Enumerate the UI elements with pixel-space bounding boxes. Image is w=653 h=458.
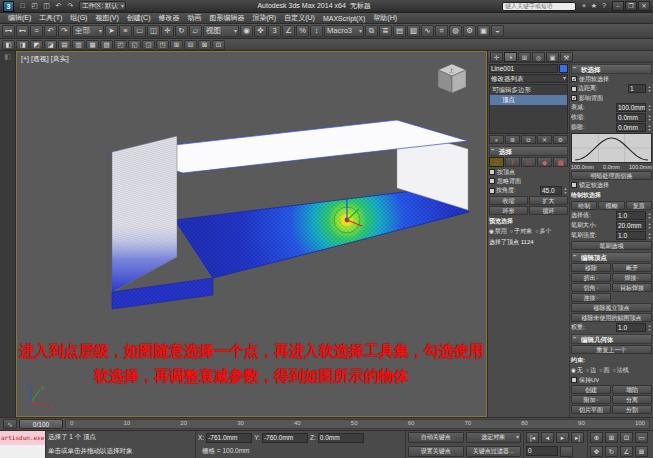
frame-tick[interactable]: 100 — [635, 419, 645, 428]
selection-rollout-header[interactable]: 选择 — [489, 146, 568, 156]
curve-editor-icon[interactable]: ∿ — [421, 25, 434, 37]
extra-tool-icon[interactable]: ◳ — [156, 40, 169, 50]
align-icon[interactable]: ≣ — [379, 25, 392, 37]
grow-button[interactable]: 扩大 — [529, 196, 568, 205]
extra-tool-icon[interactable]: ⊟ — [184, 40, 197, 50]
previous-frame-icon[interactable]: ◂ — [541, 432, 554, 443]
maxscript-mini-listener[interactable]: artisdun.exe — [0, 431, 46, 458]
auto-key-button[interactable]: 自动关键点 — [408, 432, 464, 443]
selected-mode-dropdown[interactable]: 选定对象 — [466, 432, 522, 443]
frame-tick[interactable]: 50 — [351, 419, 358, 428]
fov-icon[interactable]: ∠ — [620, 446, 633, 457]
create-button[interactable]: 创建 — [571, 385, 611, 394]
minimize-button[interactable]: – — [612, 1, 624, 11]
edge-distance-checkbox[interactable] — [571, 86, 577, 92]
stack-item-vertex[interactable]: 顶点 — [490, 95, 567, 105]
shrink-button[interactable]: 收缩 — [489, 196, 528, 205]
extrude-button[interactable]: 挤出 — [571, 273, 611, 282]
soft-selection-rollout-header[interactable]: 软选择 — [571, 64, 652, 74]
select-object-icon[interactable]: ➤ — [105, 25, 118, 37]
frame-tick[interactable]: 30 — [237, 419, 244, 428]
spinner-arrows[interactable] — [647, 324, 652, 332]
vertex-mode-icon[interactable]: ∴ — [489, 157, 504, 167]
select-and-link-icon[interactable]: ⊶ — [2, 25, 15, 37]
go-to-end-icon[interactable]: ▸| — [571, 432, 584, 443]
snap-toggle-icon[interactable]: 3 — [268, 25, 281, 37]
frame-tick[interactable]: 0 — [70, 419, 73, 428]
spinner-arrows[interactable] — [647, 114, 652, 122]
use-pivot-center-icon[interactable]: ◉ — [240, 25, 253, 37]
search-go-icon[interactable]: ⌖ — [579, 2, 589, 10]
coord-x-field[interactable]: -761.0mm — [206, 433, 252, 443]
set-key-button[interactable]: 设置关键点 — [408, 446, 464, 457]
current-frame-field[interactable]: 0 — [526, 446, 558, 456]
by-angle-field[interactable]: 45.0 — [540, 186, 562, 195]
by-vertex-checkbox[interactable]: 按顶点 — [489, 168, 568, 176]
constraint-normal-radio[interactable]: 法线 — [612, 366, 628, 375]
select-and-scale-icon[interactable]: ▱ — [189, 25, 202, 37]
extra-tool-icon[interactable]: ◨ — [16, 40, 29, 50]
tab-motion[interactable]: ◎ — [532, 52, 545, 62]
macro-dropdown[interactable]: Macro3 — [324, 25, 364, 37]
brush-options-button[interactable]: 笔刷选项 — [571, 241, 652, 250]
extra-tool-icon[interactable]: ◱ — [128, 40, 141, 50]
graphite-toggle-icon[interactable]: ▧ — [407, 25, 420, 37]
lock-soft-selection-checkbox[interactable]: 锁定软选择 — [571, 181, 652, 189]
undo-icon[interactable]: ↶ — [44, 25, 57, 37]
pinch-field[interactable]: 0.0mm — [616, 113, 646, 122]
undo-icon[interactable]: ↶ — [53, 1, 64, 11]
window-crossing-icon[interactable]: ◫ — [147, 25, 160, 37]
tab-modify[interactable]: ◔ — [504, 52, 517, 62]
weight-field[interactable]: 1.0 — [616, 323, 646, 332]
constraint-none-radio[interactable]: 无 — [571, 366, 583, 375]
coord-y-field[interactable]: -760.0mm — [262, 433, 308, 443]
workspace-dropdown[interactable]: 工作区: 默认 — [79, 1, 126, 11]
percent-snap-icon[interactable]: % — [296, 25, 309, 37]
extra-tool-icon[interactable]: ◲ — [142, 40, 155, 50]
frame-tick[interactable]: 90 — [578, 419, 585, 428]
preview-multi-radio[interactable]: 多个 — [535, 227, 551, 236]
make-unique-icon[interactable]: ⧉ — [521, 135, 536, 144]
maximize-viewport-icon[interactable]: ⊠ — [635, 446, 648, 457]
tab-utilities[interactable]: ⚒ — [560, 52, 573, 62]
render-icon[interactable]: ◒ — [491, 25, 504, 37]
reference-coordinate-dropdown[interactable]: 视图 — [203, 25, 239, 37]
schematic-view-icon[interactable]: ⌗ — [435, 25, 448, 37]
tab-create[interactable]: ✛ — [490, 52, 503, 62]
select-by-name-icon[interactable]: ≡ — [119, 25, 132, 37]
mini-curve-editor-icon[interactable]: ∿ — [3, 419, 17, 429]
rendered-frame-icon[interactable]: ▣ — [477, 25, 490, 37]
frame-tick[interactable]: 40 — [294, 419, 301, 428]
ignore-backfacing-checkbox[interactable]: 忽略背面 — [489, 177, 568, 185]
menu-item[interactable]: 图形编辑器 — [205, 13, 248, 23]
help-icon[interactable]: ? — [599, 2, 609, 10]
spinner-arrows[interactable] — [647, 85, 652, 93]
extra-tool-icon[interactable]: ▥ — [72, 40, 85, 50]
menu-item[interactable]: 修改器 — [154, 13, 183, 23]
remove-isolated-vertices-button[interactable]: 移除孤立顶点 — [571, 303, 652, 312]
spinner-arrows[interactable] — [647, 232, 652, 240]
spinner-arrows[interactable] — [647, 104, 652, 112]
loop-button[interactable]: 循环 — [529, 206, 568, 215]
remove-modifier-icon[interactable]: ✕ — [537, 135, 552, 144]
object-color-swatch[interactable] — [559, 64, 568, 73]
menu-item[interactable]: 组(G) — [66, 13, 91, 23]
select-and-move-icon[interactable]: ✛ — [161, 25, 174, 37]
edit-vertices-rollout-header[interactable]: 编辑顶点 — [571, 252, 652, 262]
open-file-icon[interactable]: ◰ — [29, 1, 40, 11]
stack-item-editable-poly[interactable]: 可编辑多边形 — [490, 85, 567, 95]
modifier-list-dropdown[interactable]: 修改器列表 — [489, 74, 568, 83]
menu-item[interactable]: 工具(T) — [35, 13, 66, 23]
key-filters-button[interactable]: 关键点过滤器... — [466, 446, 522, 457]
zoom-all-icon[interactable]: ⊞ — [605, 432, 618, 443]
extra-tool-icon[interactable]: ⊠ — [198, 40, 211, 50]
frame-tick[interactable]: 20 — [180, 419, 187, 428]
mirror-icon[interactable]: ⧉ — [365, 25, 378, 37]
select-and-rotate-icon[interactable]: ↻ — [175, 25, 188, 37]
layer-manager-icon[interactable]: ▤ — [393, 25, 406, 37]
configure-modifier-sets-icon[interactable]: ⚙ — [553, 135, 568, 144]
edit-geometry-rollout-header[interactable]: 编辑几何体 — [571, 334, 652, 344]
object-name-field[interactable]: Line001 — [489, 64, 558, 73]
listener-white-line[interactable] — [0, 445, 45, 458]
unlink-selection-icon[interactable]: ⊷ — [16, 25, 29, 37]
